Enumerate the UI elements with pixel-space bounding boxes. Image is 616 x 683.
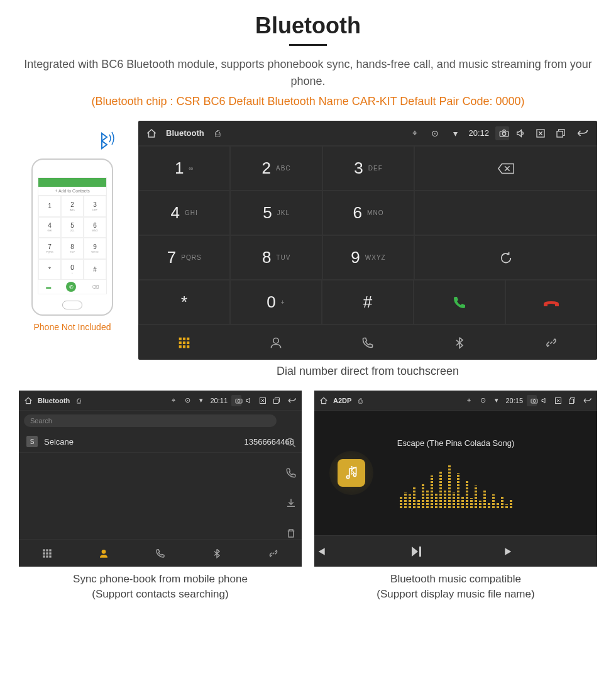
wifi-icon: ▾ (492, 396, 502, 404)
nav-calllog-icon[interactable] (132, 540, 189, 567)
music-controls (314, 535, 597, 567)
music-statusbar: A2DP ⎙ ⌖ ⊙ ▾ 20:15 (314, 391, 597, 411)
phone-mock-key: 6MNO (84, 217, 106, 238)
phone-mock-key: 9WXYZ (84, 238, 106, 259)
page-title: Bluetooth (19, 13, 597, 39)
backspace-button[interactable] (414, 146, 597, 191)
svg-rect-12 (187, 345, 189, 348)
camera-icon[interactable] (495, 126, 509, 140)
wifi-icon: ▾ (448, 128, 462, 138)
music-track-title: Escape (The Pina Colada Song) (397, 438, 514, 448)
dialer-key-7[interactable]: 7PQRS (138, 235, 230, 280)
side-call-icon[interactable] (285, 467, 297, 479)
nav-bluetooth-icon[interactable] (414, 325, 505, 360)
eq-bar (453, 492, 455, 508)
nav-link-icon[interactable] (505, 325, 597, 360)
svg-point-28 (102, 550, 106, 554)
prev-track-button[interactable] (314, 545, 409, 558)
call-button[interactable] (414, 280, 505, 325)
phone-mock-key: 2ABC (61, 196, 84, 217)
side-delete-icon[interactable] (285, 528, 297, 539)
phone-mock-topbar (38, 178, 106, 187)
dialer-key-*[interactable]: * (138, 280, 230, 325)
eq-bar (413, 487, 415, 508)
camera-icon[interactable] (527, 395, 537, 406)
phone-mock-add-contacts: + Add to Contacts (38, 187, 106, 196)
contact-badge: S (26, 436, 38, 447)
dialer-key-4[interactable]: 4GHI (138, 191, 230, 235)
volume-icon[interactable] (245, 397, 255, 404)
music-caption: Bluetooth music compatible (Support disp… (314, 572, 597, 602)
statusbar-time: 20:11 (210, 397, 228, 404)
phone-home-button (62, 301, 82, 309)
home-icon[interactable] (146, 128, 160, 139)
side-search-icon[interactable] (285, 437, 297, 448)
hangup-button[interactable] (505, 280, 597, 325)
phonebook-statusbar: Bluetooth ⎙ ⌖ ⊙ ▾ 20:11 (19, 391, 302, 411)
dialer-key-2[interactable]: 2ABC (230, 146, 322, 191)
usb-icon: ⎙ (74, 397, 84, 404)
dialer-key-#[interactable]: # (322, 280, 414, 325)
dialer-key-3[interactable]: 3DEF (322, 146, 414, 191)
recent-apps-icon[interactable] (273, 397, 283, 404)
nav-contacts-icon[interactable] (75, 540, 132, 567)
recent-apps-icon[interactable] (568, 397, 578, 404)
svg-point-13 (273, 338, 278, 343)
svg-rect-3 (557, 131, 563, 136)
volume-icon[interactable] (541, 397, 551, 404)
side-download-icon[interactable] (285, 497, 297, 509)
music-album-icon (329, 451, 373, 495)
dialer-caption: Dial number direct from touchscreen (138, 365, 597, 378)
next-track-button[interactable] (503, 545, 597, 558)
location-icon: ⊙ (428, 128, 442, 138)
nav-keypad-icon[interactable] (138, 325, 230, 360)
nav-calllog-icon[interactable] (322, 325, 414, 360)
dialer-key-6[interactable]: 6MNO (322, 191, 414, 235)
dialer-key-0[interactable]: 0+ (230, 280, 322, 325)
eq-bar (409, 494, 411, 508)
home-icon[interactable] (319, 396, 329, 405)
back-icon[interactable] (582, 397, 592, 404)
close-x-icon[interactable] (554, 397, 564, 404)
svg-rect-5 (183, 337, 185, 340)
title-underline (289, 44, 327, 46)
volume-icon[interactable] (515, 128, 529, 138)
back-icon[interactable] (287, 397, 297, 404)
camera-icon[interactable] (231, 395, 241, 406)
dialer-statusbar: Bluetooth ⎙ ⌖ ⊙ ▾ 20:12 (138, 121, 597, 146)
svg-rect-17 (274, 399, 278, 403)
dialer-key-1[interactable]: 1∞ (138, 146, 230, 191)
eq-bar (466, 480, 468, 508)
play-pause-button[interactable] (409, 544, 503, 559)
recent-apps-icon[interactable] (556, 128, 569, 138)
nav-keypad-icon[interactable] (19, 540, 75, 567)
phone-mock-key: # (84, 259, 106, 280)
redial-button[interactable] (414, 235, 597, 280)
dialer-key-5[interactable]: 5JKL (230, 191, 322, 235)
nav-bluetooth-icon[interactable] (189, 540, 245, 567)
dialer-screen: Bluetooth ⎙ ⌖ ⊙ ▾ 20:12 1∞2ABC3DEF4GHI5J… (138, 121, 597, 360)
statusbar-app-name: Bluetooth (38, 397, 70, 404)
eq-bar (479, 501, 481, 508)
nav-link-icon[interactable] (245, 540, 302, 567)
home-icon[interactable] (24, 396, 34, 405)
phone-mock-key: 8TUV (61, 238, 84, 259)
svg-rect-6 (187, 337, 189, 340)
phonebook-bottombar (19, 539, 302, 567)
dialer-key-8[interactable]: 8TUV (230, 235, 322, 280)
eq-bar (400, 497, 402, 508)
close-x-icon[interactable] (536, 128, 549, 138)
dialer-key-9[interactable]: 9WXYZ (322, 235, 414, 280)
back-icon[interactable] (576, 129, 590, 138)
search-input[interactable]: Search (24, 414, 277, 427)
phone-mock-keypad: 12ABC3DEF4GHI5JKL6MNO7PQRS8TUV9WXYZ*0+# (38, 196, 106, 280)
svg-rect-32 (569, 399, 574, 403)
phone-mock-key: 0+ (61, 259, 84, 280)
contact-row[interactable]: S Seicane 13566664466 (19, 431, 302, 453)
svg-rect-24 (49, 552, 51, 554)
close-x-icon[interactable] (259, 397, 269, 404)
phone-mock-key: 7PQRS (38, 238, 61, 259)
bluetooth-status-icon: ⌖ (464, 396, 474, 404)
eq-bar (404, 492, 407, 508)
nav-contacts-icon[interactable] (230, 325, 322, 360)
